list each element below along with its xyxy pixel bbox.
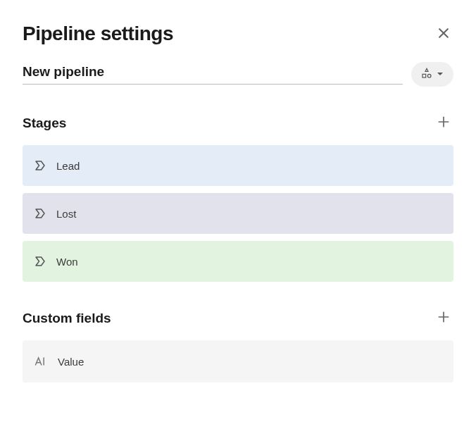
chevron-down-icon [437, 69, 444, 80]
svg-point-3 [427, 74, 431, 77]
stage-label: Lead [56, 160, 80, 172]
stage-chevron-icon [34, 207, 46, 220]
custom-fields-section-title: Custom fields [23, 311, 111, 326]
pipeline-name-input[interactable] [23, 64, 403, 80]
shapes-icon [421, 68, 432, 81]
page-title: Pipeline settings [23, 23, 173, 45]
text-field-icon [34, 354, 48, 368]
svg-rect-2 [422, 74, 426, 77]
stage-card[interactable]: Lost [23, 193, 453, 234]
stage-card[interactable]: Won [23, 241, 453, 282]
stage-label: Lost [56, 208, 76, 220]
custom-fields-list: Value [23, 340, 453, 382]
stages-list: Lead Lost Won [23, 145, 453, 282]
close-icon [437, 26, 451, 42]
close-button[interactable] [434, 23, 453, 45]
stage-chevron-icon [34, 159, 46, 172]
plus-icon [437, 115, 451, 131]
add-custom-field-button[interactable] [434, 307, 453, 329]
stage-card[interactable]: Lead [23, 145, 453, 186]
pipeline-name-field-wrapper [23, 64, 403, 85]
plus-icon [437, 310, 451, 326]
stage-chevron-icon [34, 255, 46, 268]
stage-label: Won [56, 256, 78, 268]
stages-section-title: Stages [23, 116, 66, 131]
custom-field-card[interactable]: Value [23, 340, 453, 382]
custom-field-label: Value [58, 356, 84, 368]
pipeline-icon-picker[interactable] [411, 62, 453, 87]
add-stage-button[interactable] [434, 112, 453, 134]
